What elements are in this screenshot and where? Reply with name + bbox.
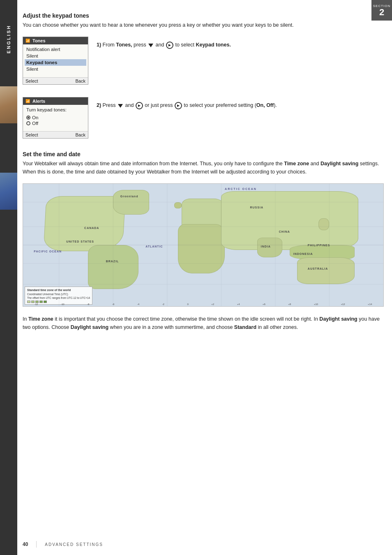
and-text-1: and (156, 42, 164, 48)
label-arctic: ARCTIC OCEAN (225, 187, 257, 190)
daylight-saving-bold-2: Daylight saving (319, 316, 357, 322)
label-china: CHINA (279, 230, 290, 233)
keypad-tones-bold: Keypad tones. (196, 42, 231, 48)
phone2-title: Alerts (32, 99, 45, 104)
phone2-icon: 📶 (25, 99, 30, 103)
label-indonesia: INDONESIA (293, 252, 313, 255)
world-map: CANADA UNITED STATES BRAZIL RUSSIA CHINA… (23, 183, 384, 307)
phone2-back: Back (76, 132, 85, 137)
phone1-item-1: Silent (26, 53, 85, 59)
adjust-keypad-heading: Adjust the keypad tones (23, 12, 384, 19)
map-section: CANADA UNITED STATES BRAZIL RUSSIA CHINA… (23, 183, 384, 307)
sidebar-images (0, 53, 17, 210)
step-1-num: 1) (97, 42, 101, 48)
phone2-body: Turn keypad tones: On Off (23, 105, 88, 131)
label-brazil: BRAZIL (106, 260, 119, 263)
daylight-saving-bold-3: Daylight saving (71, 324, 108, 330)
bottom-text: In Time zone it is important that you ch… (23, 315, 384, 331)
phone1-icon: 📶 (25, 39, 30, 43)
down-arrow-icon-2 (118, 104, 123, 108)
page-footer: 40 ADVANCED SETTINGS (23, 541, 384, 548)
phone1-item-3: Silent (26, 66, 85, 72)
main-content: Adjust the keypad tones You can choose w… (23, 0, 384, 331)
adjust-keypad-section: Adjust the keypad tones You can choose w… (23, 12, 384, 139)
sidebar-label: ENGLISH (6, 25, 11, 53)
instruction-row-1: 📶 Tones Notification alert Silent Keypad… (23, 37, 384, 85)
phone1-select: Select (25, 79, 38, 83)
phone2-select: Select (25, 132, 38, 137)
label-greenland: Greenland (120, 195, 138, 198)
label-pacific: PACIFIC OCEAN (34, 250, 62, 253)
label-russia: RUSSIA (250, 206, 263, 209)
map-coords: -12-10-8-6-4-20 +2+4+6+8+10+12+14 (23, 303, 383, 305)
radio-on (26, 116, 30, 120)
phone2-titlebar: 📶 Alerts (23, 97, 88, 105)
sidebar-image-2 (0, 173, 17, 210)
time-zone-bold-2: Time zone (28, 316, 53, 322)
label-atlantic: ATLANTIC (145, 245, 163, 248)
time-date-body: Your Webtalker will always obtain time a… (23, 160, 384, 176)
circle-icon-2: ► (136, 102, 143, 109)
instruction-1-text: 1) From Tones, press and ► to select Key… (97, 37, 384, 49)
down-arrow-icon-1 (148, 44, 153, 47)
page-number: 40 (23, 541, 28, 547)
phone1-footer: Select Back (23, 77, 88, 84)
label-philippines: PHILIPPINES (308, 244, 330, 247)
radio-off-label: Off (32, 121, 38, 126)
radio-on-label: On (32, 115, 38, 120)
footer-label: ADVANCED SETTINGS (45, 542, 103, 547)
step-2-num: 2) (97, 102, 101, 108)
phone-mockup-1: 📶 Tones Notification alert Silent Keypad… (23, 37, 88, 85)
circle-icon-1: ► (166, 42, 173, 49)
phone2-option-on: On (26, 115, 85, 120)
phone1-back: Back (76, 79, 85, 83)
time-date-section: Set the time and date Your Webtalker wil… (23, 151, 384, 331)
phone2-subtitle: Turn keypad tones: (26, 106, 85, 113)
section-badge: SECTION 2 (371, 0, 392, 21)
time-date-heading: Set the time and date (23, 151, 384, 157)
instruction-2-text: 2) Press and ► or just press ► to select… (97, 97, 384, 109)
phone2-option-off: Off (26, 120, 85, 126)
instruction-row-2: 📶 Alerts Turn keypad tones: On Off (23, 97, 384, 139)
on-off-bold: On, Off (256, 102, 274, 108)
phone1-body: Notification alert Silent Keypad tones S… (23, 44, 88, 77)
label-india: INDIA (261, 245, 271, 248)
phone-mockup-2: 📶 Alerts Turn keypad tones: On Off (23, 97, 88, 139)
section-number: 2 (379, 8, 384, 17)
label-canada: CANADA (84, 227, 99, 229)
phone1-titlebar: 📶 Tones (23, 37, 88, 44)
radio-off (26, 121, 30, 125)
time-zone-bold-1: Time zone (284, 161, 309, 166)
phone2-footer: Select Back (23, 131, 88, 138)
sidebar-image-1 (0, 86, 17, 123)
tones-bold: Tones, (116, 42, 132, 48)
footer-divider (36, 541, 37, 548)
circle-icon-3: ► (175, 102, 182, 109)
phone1-title: Tones (32, 38, 46, 43)
label-australia: AUSTRALIA (308, 267, 328, 270)
standard-bold: Standard (234, 324, 256, 330)
phone1-item-0: Notification alert (26, 46, 85, 53)
adjust-keypad-body: You can choose whether you want to hear … (23, 21, 384, 29)
and-text-2: and (125, 102, 134, 108)
daylight-saving-bold-1: Daylight saving (321, 161, 358, 166)
label-us: UNITED STATES (66, 240, 94, 243)
phone1-item-2: Keypad tones (25, 59, 86, 66)
